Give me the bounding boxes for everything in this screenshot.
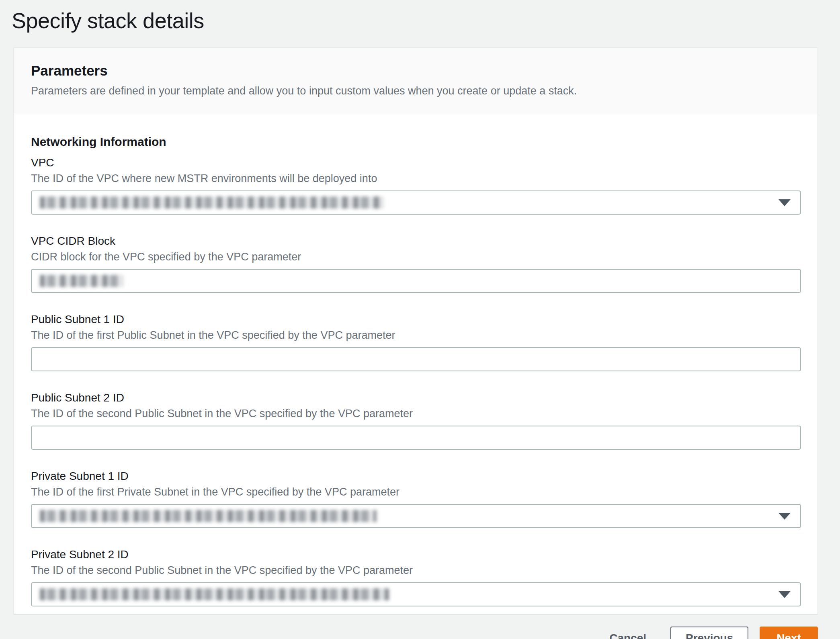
next-button[interactable]: Next — [760, 627, 818, 639]
field-label: Public Subnet 2 ID — [31, 391, 800, 405]
field-group-vpc-cidr: VPC CIDR Block CIDR block for the VPC sp… — [31, 234, 800, 293]
field-group-public-subnet-2: Public Subnet 2 ID The ID of the second … — [31, 391, 800, 450]
private-subnet-1-select[interactable] — [31, 504, 801, 528]
caret-down-icon — [779, 199, 791, 206]
field-description: The ID of the first Public Subnet in the… — [31, 329, 800, 342]
panel-header: Parameters Parameters are defined in you… — [14, 48, 817, 113]
redacted-value — [40, 197, 384, 209]
field-group-vpc: VPC The ID of the VPC where new MSTR env… — [31, 156, 800, 215]
field-label: Private Subnet 2 ID — [31, 548, 800, 561]
field-label: Public Subnet 1 ID — [31, 313, 800, 326]
caret-down-icon — [779, 513, 791, 520]
group-title: Networking Information — [31, 134, 800, 150]
field-description: The ID of the first Private Subnet in th… — [31, 485, 800, 498]
caret-down-icon — [779, 591, 791, 598]
parameters-panel: Parameters Parameters are defined in you… — [13, 47, 818, 614]
page-title: Specify stack details — [12, 6, 840, 35]
field-label: Private Subnet 1 ID — [31, 469, 800, 483]
field-group-private-subnet-1: Private Subnet 1 ID The ID of the first … — [31, 469, 800, 528]
field-description: The ID of the VPC where new MSTR environ… — [31, 172, 800, 185]
panel-description: Parameters are defined in your template … — [31, 84, 800, 98]
field-description: CIDR block for the VPC specified by the … — [31, 250, 800, 263]
public-subnet-2-input[interactable] — [31, 426, 801, 450]
field-label: VPC — [31, 156, 800, 170]
field-label: VPC CIDR Block — [31, 234, 800, 248]
wizard-actions: Cancel Previous Next — [0, 627, 818, 639]
panel-body: Networking Information VPC The ID of the… — [14, 113, 817, 614]
redacted-value — [40, 275, 123, 287]
previous-button[interactable]: Previous — [670, 627, 748, 639]
field-description: The ID of the second Public Subnet in th… — [31, 407, 800, 420]
panel-title: Parameters — [31, 62, 800, 79]
field-description: The ID of the second Public Subnet in th… — [31, 564, 800, 577]
redacted-value — [40, 510, 377, 522]
private-subnet-2-select[interactable] — [31, 582, 801, 606]
public-subnet-1-input[interactable] — [31, 347, 801, 371]
redacted-value — [40, 588, 389, 600]
vpc-select[interactable] — [31, 190, 801, 215]
field-group-private-subnet-2: Private Subnet 2 ID The ID of the second… — [31, 548, 800, 606]
vpc-cidr-input[interactable] — [31, 269, 801, 293]
cancel-button[interactable]: Cancel — [609, 632, 646, 639]
field-group-public-subnet-1: Public Subnet 1 ID The ID of the first P… — [31, 313, 800, 371]
